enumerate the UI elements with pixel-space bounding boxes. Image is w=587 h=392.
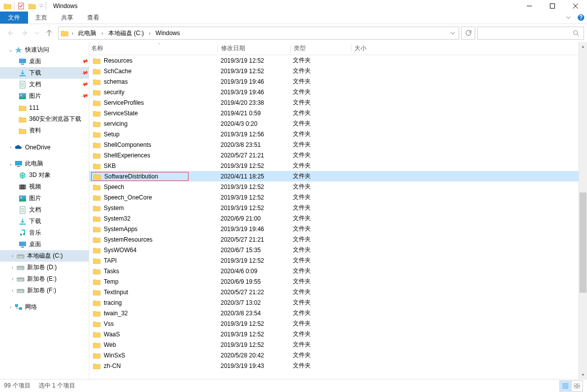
file-row[interactable]: ShellExperiences 2020/5/27 21:21 文件夹 [89,150,578,160]
scroll-up-icon[interactable]: ▴ [579,42,587,51]
file-row[interactable]: SysWOW64 2020/6/7 15:35 文件夹 [89,245,578,255]
file-row[interactable]: Setup 2019/3/19 12:56 文件夹 [89,129,578,139]
file-row[interactable]: servicing 2020/4/3 0:20 文件夹 [89,118,578,129]
file-row[interactable]: Temp 2020/6/9 19:55 文件夹 [89,276,578,287]
file-row[interactable]: SKB 2019/3/19 12:52 文件夹 [89,160,578,171]
vertical-scrollbar[interactable]: ▴ ▾ [578,42,587,379]
breadcrumb-item[interactable]: 本地磁盘 (C:) [105,29,147,38]
file-row[interactable]: Web 2019/3/19 12:52 文件夹 [89,339,578,350]
file-row[interactable]: ShellComponents 2020/3/8 23:51 文件夹 [89,139,578,150]
address-bar[interactable]: › 此电脑 › 本地磁盘 (C:) › Windows [58,27,459,40]
chevron-right-icon[interactable]: › [9,265,16,270]
column-header-type[interactable]: 类型 [291,42,351,55]
close-button[interactable] [564,0,587,12]
file-row[interactable]: TextInput 2020/5/27 21:22 文件夹 [89,287,578,297]
ribbon-tab-view[interactable]: 查看 [80,12,106,24]
sidebar-thispc-item[interactable]: › 新加卷 (D:) [0,262,89,273]
column-header-name[interactable]: 名称 ⌃ [89,42,218,55]
tree-thispc[interactable]: ⌄ 此电脑 [0,158,89,169]
sidebar-quickaccess-item[interactable]: 360安全浏览器下载 [0,113,89,125]
minimize-button[interactable] [518,0,541,12]
breadcrumb-item[interactable]: Windows [152,30,183,37]
scroll-down-icon[interactable]: ▾ [579,370,587,379]
tree-onedrive[interactable]: › OneDrive [0,141,89,153]
file-row[interactable]: Speech 2019/3/19 12:52 文件夹 [89,181,578,192]
chevron-right-icon[interactable]: › [7,144,14,150]
chevron-down-icon[interactable]: ⌄ [7,161,14,166]
search-input[interactable] [477,27,584,40]
view-details-button[interactable] [559,380,571,391]
file-row[interactable]: SchCache 2019/3/19 12:52 文件夹 [89,66,578,76]
refresh-button[interactable] [461,27,475,40]
sidebar-quickaccess-item[interactable]: 111 [0,102,89,113]
ribbon-expand-icon[interactable] [565,12,575,24]
help-icon[interactable]: ? [575,12,587,24]
chevron-right-icon[interactable]: › [7,304,14,310]
tree-quickaccess[interactable]: ⌄ 快速访问 [0,44,89,56]
sidebar-thispc-item[interactable]: 下载 [0,216,89,227]
sidebar-quickaccess-item[interactable]: 文档 📌 [0,79,89,90]
file-row[interactable]: Vss 2019/3/19 12:52 文件夹 [89,318,578,329]
column-header-size[interactable]: 大小 [351,42,402,55]
file-row[interactable]: Tasks 2020/4/6 0:09 文件夹 [89,266,578,276]
sidebar-thispc-item[interactable]: 音乐 [0,227,89,239]
file-row[interactable]: TAPI 2019/3/19 12:52 文件夹 [89,255,578,266]
sidebar-thispc-item[interactable]: 3D 对象 [0,169,89,181]
column-header-date[interactable]: 修改日期 [218,42,290,55]
file-row[interactable]: SoftwareDistribution 2020/4/11 18:25 文件夹 [89,171,578,181]
file-row[interactable]: System32 2020/6/9 21:00 文件夹 [89,213,578,224]
file-date: 2020/6/9 19:55 [221,278,261,285]
ribbon-tab-home[interactable]: 主页 [28,12,54,24]
qat-customize-icon[interactable] [38,1,45,12]
chevron-down-icon[interactable]: ⌄ [7,47,14,53]
sidebar-quickaccess-item[interactable]: 桌面 📌 [0,56,89,67]
file-row[interactable]: SystemResources 2020/5/27 21:21 文件夹 [89,234,578,245]
file-row[interactable]: System 2019/3/19 12:52 文件夹 [89,203,578,213]
chevron-right-icon[interactable]: › [9,276,16,282]
sidebar-thispc-item[interactable]: 文档 [0,204,89,216]
view-icons-button[interactable] [571,380,583,391]
breadcrumb-item[interactable]: 此电脑 [75,29,99,38]
up-button[interactable] [42,26,56,40]
forward-button[interactable] [18,26,32,40]
file-row[interactable]: zh-CN 2019/3/19 19:43 文件夹 [89,360,578,371]
recent-button[interactable] [33,26,41,40]
sidebar-thispc-item[interactable]: 图片 [0,192,89,204]
sidebar-quickaccess-item[interactable]: 图片 📌 [0,90,89,102]
chevron-right-icon[interactable]: › [9,288,16,293]
qat-newfolder-icon[interactable] [27,1,38,12]
ribbon-tab-share[interactable]: 共享 [54,12,80,24]
file-row[interactable]: tracing 2020/3/7 13:02 文件夹 [89,297,578,308]
chevron-right-icon[interactable]: › [70,31,75,36]
folder-icon [93,152,101,159]
ribbon-tab-file[interactable]: 文件 [0,12,28,24]
chevron-right-icon[interactable]: › [99,31,105,36]
maximize-button[interactable] [541,0,564,12]
chevron-right-icon[interactable]: › [147,31,152,36]
file-name: Web [104,341,116,348]
file-row[interactable]: WaaS 2019/3/19 12:52 文件夹 [89,329,578,339]
address-history-dropdown[interactable] [448,31,458,36]
file-row[interactable]: SystemApps 2019/3/19 19:46 文件夹 [89,224,578,234]
sidebar-thispc-item[interactable]: › 本地磁盘 (C:) [0,250,89,262]
file-row[interactable]: twain_32 2020/3/8 23:54 文件夹 [89,308,578,318]
file-row[interactable]: Speech_OneCore 2019/3/19 12:52 文件夹 [89,192,578,203]
file-row[interactable]: WinSxS 2020/5/28 20:42 文件夹 [89,350,578,360]
file-row[interactable]: ServiceProfiles 2019/4/20 23:38 文件夹 [89,97,578,108]
sidebar-quickaccess-item[interactable]: 下载 📌 [0,67,89,79]
scroll-thumb[interactable] [579,192,586,293]
sidebar-thispc-item[interactable]: 桌面 [0,239,89,250]
address-folder-icon [60,30,70,37]
file-row[interactable]: schemas 2019/3/19 19:46 文件夹 [89,76,578,87]
back-button[interactable] [3,26,17,40]
chevron-right-icon[interactable]: › [9,253,16,259]
sidebar-quickaccess-item[interactable]: 资料 [0,125,89,136]
sidebar-thispc-item[interactable]: 视频 [0,181,89,192]
file-row[interactable]: Resources 2019/3/19 12:52 文件夹 [89,55,578,66]
qat-properties-icon[interactable] [16,1,27,12]
sidebar-thispc-item[interactable]: › 新加卷 (F:) [0,285,89,296]
sidebar-thispc-item[interactable]: › 新加卷 (E:) [0,273,89,285]
file-row[interactable]: ServiceState 2019/4/21 0:59 文件夹 [89,108,578,118]
tree-network[interactable]: › 网络 [0,301,89,313]
file-row[interactable]: security 2019/3/19 19:46 文件夹 [89,87,578,97]
